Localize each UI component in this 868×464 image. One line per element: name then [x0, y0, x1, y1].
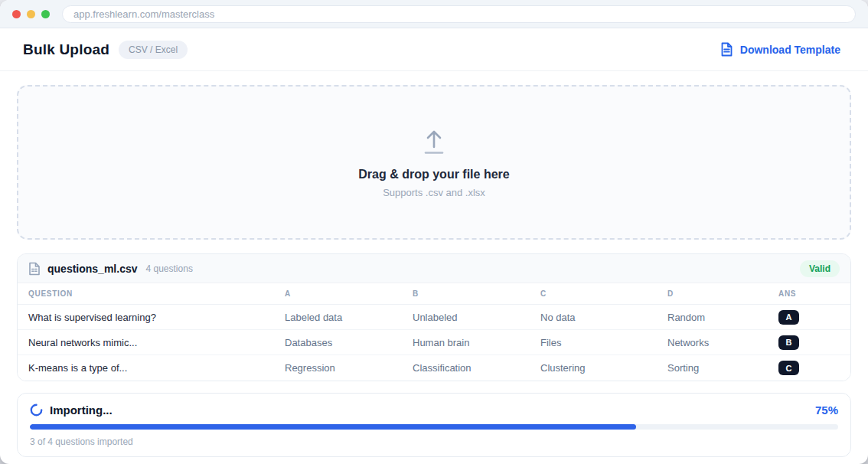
answer-cell: A: [778, 309, 850, 325]
question-cell: Neural networks mimic...: [18, 337, 285, 348]
option-b-cell: Human brain: [413, 337, 540, 348]
option-d-cell: Random: [667, 312, 778, 323]
column-header-b: B: [413, 289, 540, 298]
option-b-cell: Unlabeled: [413, 312, 540, 323]
close-window-button[interactable]: [12, 10, 21, 18]
column-header-d: D: [667, 289, 778, 298]
column-header-ans: ANS: [778, 289, 850, 298]
option-d-cell: Networks: [667, 337, 778, 348]
dropzone-title: Drag & drop your file here: [358, 168, 509, 181]
answer-badge: A: [778, 310, 799, 325]
browser-window: app.freshlearn.com/masterclass Bulk Uplo…: [0, 0, 868, 464]
progress-fill: [30, 424, 636, 430]
format-badge: CSV / Excel: [119, 41, 188, 59]
option-c-cell: Clustering: [540, 362, 667, 374]
file-preview-card: questions_ml.csv 4 questions Valid QUEST…: [17, 253, 851, 381]
browser-chrome: app.freshlearn.com/masterclass: [0, 0, 868, 28]
progress-status-label: Importing...: [50, 404, 113, 417]
main-content: Drag & drop your file here Supports .csv…: [0, 71, 868, 464]
table-row: Neural networks mimic... Databases Human…: [18, 330, 850, 355]
progress-bar-track: [30, 424, 838, 430]
table-row: K-means is a type of... Regression Class…: [18, 355, 850, 381]
file-question-count: 4 questions: [146, 263, 193, 274]
maximize-window-button[interactable]: [41, 10, 50, 18]
option-a-cell: Labeled data: [285, 312, 413, 323]
question-cell: What is supervised learning?: [18, 312, 285, 323]
table-row: What is supervised learning? Labeled dat…: [18, 305, 850, 330]
import-progress-card: Importing... 75% 3 of 4 questions import…: [17, 393, 851, 457]
address-bar-url: app.freshlearn.com/masterclass: [73, 8, 214, 20]
option-c-cell: No data: [540, 312, 667, 323]
answer-cell: C: [778, 361, 850, 376]
column-header-a: A: [285, 289, 413, 298]
answer-cell: B: [778, 335, 850, 350]
option-b-cell: Classification: [413, 362, 540, 374]
progress-caption: 3 of 4 questions imported: [30, 436, 838, 447]
table-body: What is supervised learning? Labeled dat…: [18, 305, 850, 381]
minimize-window-button[interactable]: [27, 10, 35, 18]
address-bar[interactable]: app.freshlearn.com/masterclass: [62, 5, 856, 23]
column-header-c: C: [540, 289, 667, 298]
file-dropzone[interactable]: Drag & drop your file here Supports .csv…: [17, 85, 851, 240]
file-card-header: questions_ml.csv 4 questions Valid: [18, 254, 850, 283]
download-template-label: Download Template: [740, 44, 840, 56]
spinner-icon: [30, 404, 43, 417]
page-header: Bulk Upload CSV / Excel Download Templat…: [0, 28, 868, 71]
table-header-row: QUESTION A B C D ANS: [18, 283, 850, 305]
answer-badge: B: [778, 335, 799, 350]
progress-percent: 75%: [815, 404, 838, 417]
spreadsheet-file-icon: [28, 262, 41, 276]
answer-badge: C: [778, 361, 799, 375]
upload-arrow-icon: [419, 126, 449, 157]
option-c-cell: Files: [540, 337, 667, 348]
option-d-cell: Sorting: [667, 362, 778, 374]
download-template-button[interactable]: Download Template: [716, 41, 845, 57]
option-a-cell: Databases: [285, 337, 413, 348]
document-icon: [720, 42, 733, 57]
dropzone-subtitle: Supports .csv and .xlsx: [383, 187, 485, 198]
progress-header: Importing... 75%: [30, 404, 838, 417]
option-a-cell: Regression: [285, 362, 413, 374]
page-title: Bulk Upload: [23, 41, 109, 58]
column-header-question: QUESTION: [18, 289, 285, 298]
file-name: questions_ml.csv: [47, 263, 138, 275]
validation-status-badge: Valid: [800, 260, 840, 277]
question-cell: K-means is a type of...: [18, 362, 285, 374]
